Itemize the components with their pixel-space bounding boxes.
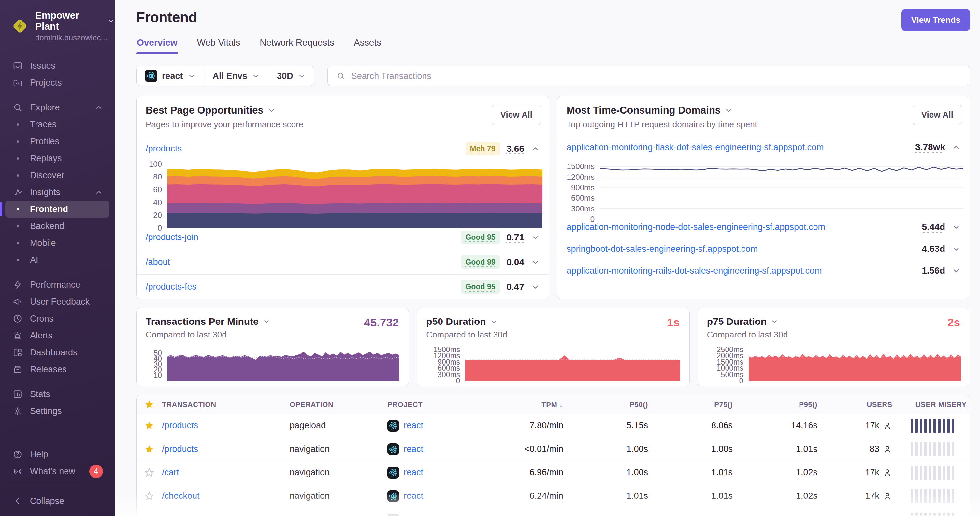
sidebar-item-discover[interactable]: Discover bbox=[5, 167, 110, 184]
sidebar-item-insights[interactable]: Insights bbox=[5, 184, 110, 201]
score-badge[interactable]: Good 99 bbox=[461, 256, 500, 269]
p50-cell: 1.50s bbox=[627, 515, 651, 516]
search-input[interactable] bbox=[351, 71, 961, 81]
view-all-button[interactable]: View All bbox=[913, 105, 962, 125]
star-toggle-outline[interactable] bbox=[144, 491, 154, 501]
column-header-project[interactable]: PROJECT bbox=[387, 400, 485, 409]
metric-title-dropdown[interactable]: p75 Duration bbox=[707, 316, 778, 327]
star-toggle-outline[interactable] bbox=[144, 467, 154, 478]
star-column-header[interactable] bbox=[144, 399, 154, 410]
sidebar-item-label: AI bbox=[30, 255, 103, 265]
opportunity-row-expanded[interactable]: /products Meh 79 3.66 bbox=[137, 136, 549, 161]
sidebar-item-user-feedback[interactable]: User Feedback bbox=[5, 293, 110, 310]
sidebar-item-traces[interactable]: Traces bbox=[5, 116, 110, 133]
sidebar-item-profiles[interactable]: Profiles bbox=[5, 133, 110, 150]
sidebar-item-settings[interactable]: Settings bbox=[5, 403, 110, 419]
tab-assets[interactable]: Assets bbox=[353, 38, 382, 54]
domain-link[interactable]: springboot-dot-sales-engineering-sf.apps… bbox=[566, 244, 915, 254]
score-badge[interactable]: Good 95 bbox=[461, 280, 500, 294]
sidebar-item-ai[interactable]: AI bbox=[5, 251, 110, 268]
time-spent-value[interactable]: 4.63d bbox=[922, 244, 945, 254]
project-link[interactable]: react bbox=[404, 515, 423, 516]
page-link[interactable]: /about bbox=[146, 257, 454, 267]
domain-row[interactable]: application-monitoring-node-dot-sales-en… bbox=[557, 216, 970, 238]
score-badge[interactable]: Good 95 bbox=[461, 231, 500, 244]
transaction-link[interactable]: /products bbox=[162, 444, 290, 454]
sidebar-item-crons[interactable]: Crons bbox=[5, 310, 110, 327]
sidebar-item-mobile[interactable]: Mobile bbox=[5, 235, 110, 251]
opportunities-title-dropdown[interactable]: Best Page Opportunities bbox=[146, 105, 276, 116]
star-toggle-filled[interactable] bbox=[144, 444, 154, 454]
domain-row[interactable]: springboot-dot-sales-engineering-sf.apps… bbox=[557, 238, 970, 260]
opportunity-value[interactable]: 0.71 bbox=[507, 232, 525, 243]
opportunity-row[interactable]: /about Good 99 0.04 bbox=[137, 249, 549, 274]
opportunity-value[interactable]: 0.04 bbox=[507, 257, 525, 267]
metric-value: 2s bbox=[947, 316, 960, 329]
time-spent-value[interactable]: 5.44d bbox=[922, 222, 945, 232]
sidebar-item-explore[interactable]: Explore bbox=[5, 99, 110, 116]
domain-row[interactable]: application-monitoring-rails-dot-sales-e… bbox=[557, 260, 970, 281]
column-header-transaction[interactable]: TRANSACTION bbox=[162, 400, 290, 409]
project-link[interactable]: react bbox=[404, 491, 423, 501]
org-switcher[interactable]: Empower Plant dominik.buszowiec... bbox=[0, 10, 115, 42]
column-header-tpm[interactable]: TPM↓ bbox=[541, 400, 566, 409]
project-link[interactable]: react bbox=[404, 421, 423, 431]
transaction-link[interactable]: /cart bbox=[162, 467, 290, 478]
sidebar-item-projects[interactable]: Projects bbox=[5, 74, 110, 91]
domain-row-expanded[interactable]: application-monitoring-flask-dot-sales-e… bbox=[557, 136, 970, 158]
sidebar-item-replays[interactable]: Replays bbox=[5, 150, 110, 167]
tab-web-vitals[interactable]: Web Vitals bbox=[196, 38, 241, 54]
sidebar-item-issues[interactable]: Issues bbox=[5, 57, 110, 74]
tab-overview[interactable]: Overview bbox=[136, 38, 178, 54]
project-selector[interactable]: react bbox=[137, 66, 204, 86]
column-header-p50[interactable]: P50() bbox=[630, 400, 651, 409]
sidebar-item-what-s-new[interactable]: What's new 4 bbox=[5, 463, 110, 480]
metric-title-dropdown[interactable]: Transactions Per Minute bbox=[146, 316, 270, 327]
page-link[interactable]: /products-join bbox=[146, 232, 454, 242]
page-link[interactable]: /products-fes bbox=[146, 282, 454, 292]
date-range-selector[interactable]: 30D bbox=[268, 66, 314, 86]
sidebar-item-collapse[interactable]: Collapse bbox=[5, 492, 110, 510]
tab-network-requests[interactable]: Network Requests bbox=[259, 38, 335, 54]
chevron-down-icon bbox=[267, 106, 276, 115]
time-spent-value[interactable]: 3.78wk bbox=[915, 142, 945, 152]
opportunity-value[interactable]: 0.47 bbox=[507, 282, 525, 292]
page-link[interactable]: /products bbox=[146, 144, 459, 154]
column-header-misery[interactable]: USER MISERY bbox=[915, 400, 970, 409]
sidebar-item-backend[interactable]: Backend bbox=[5, 218, 110, 235]
opportunity-row[interactable]: /products-join Good 95 0.71 bbox=[137, 225, 549, 249]
project-link[interactable]: react bbox=[404, 444, 423, 454]
user-misery-bars bbox=[911, 442, 970, 456]
star-toggle-filled[interactable] bbox=[144, 421, 154, 431]
domain-link[interactable]: application-monitoring-rails-dot-sales-e… bbox=[566, 266, 915, 276]
best-page-opportunities-panel: Best Page Opportunities Pages to improve… bbox=[136, 96, 549, 299]
view-trends-button[interactable]: View Trends bbox=[902, 9, 970, 31]
sidebar-item-performance[interactable]: Performance bbox=[5, 276, 110, 293]
environment-selector[interactable]: All Envs bbox=[204, 66, 269, 86]
chevron-down-icon bbox=[107, 17, 115, 25]
transaction-link[interactable]: /products-join bbox=[162, 515, 290, 516]
column-header-users[interactable]: USERS bbox=[867, 400, 896, 409]
column-header-operation[interactable]: OPERATION bbox=[290, 400, 387, 409]
star-toggle-outline[interactable] bbox=[144, 514, 154, 516]
sidebar-item-stats[interactable]: Stats bbox=[5, 386, 110, 403]
sidebar-item-releases[interactable]: Releases bbox=[5, 361, 110, 378]
column-header-p75[interactable]: P75() bbox=[714, 400, 736, 409]
sidebar-item-alerts[interactable]: Alerts bbox=[5, 327, 110, 344]
sidebar-item-dashboards[interactable]: Dashboards bbox=[5, 344, 110, 361]
domains-title-dropdown[interactable]: Most Time-Consuming Domains bbox=[566, 105, 733, 116]
sidebar-item-frontend[interactable]: Frontend bbox=[5, 201, 110, 218]
domain-link[interactable]: application-monitoring-flask-dot-sales-e… bbox=[566, 142, 908, 152]
opportunity-value[interactable]: 3.66 bbox=[507, 144, 525, 154]
metric-title-dropdown[interactable]: p50 Duration bbox=[426, 316, 498, 327]
opportunity-row[interactable]: /products-fes Good 95 0.47 bbox=[137, 274, 549, 299]
sidebar-item-help[interactable]: Help bbox=[5, 446, 110, 463]
transaction-link[interactable]: /checkout bbox=[162, 491, 290, 501]
column-header-p95[interactable]: P95() bbox=[799, 400, 821, 409]
domain-link[interactable]: application-monitoring-node-dot-sales-en… bbox=[566, 222, 915, 232]
time-spent-value[interactable]: 1.56d bbox=[922, 265, 945, 276]
score-badge[interactable]: Meh 79 bbox=[466, 142, 500, 156]
view-all-button[interactable]: View All bbox=[492, 105, 541, 125]
project-link[interactable]: react bbox=[404, 467, 423, 478]
transaction-link[interactable]: /products bbox=[162, 421, 290, 431]
